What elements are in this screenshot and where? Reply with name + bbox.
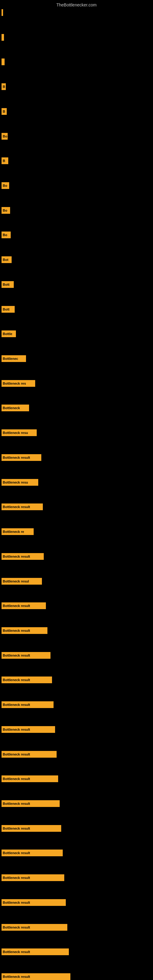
bar-12: Bott — [2, 306, 15, 313]
bar-label-39: Bottleneck result — [3, 975, 30, 978]
bar-row-34: Bottleneck result — [2, 850, 63, 856]
bar-row-10: Bot — [2, 256, 12, 263]
bar-label-26: Bottleneck result — [3, 654, 30, 657]
bar-row-6: B — [2, 158, 8, 164]
bar-row-11: Bott — [2, 281, 14, 288]
bar-row-28: Bottleneck result — [2, 701, 54, 708]
bar-row-7: Bo — [2, 182, 9, 189]
bar-23: Bottleneck resul — [2, 578, 42, 585]
bar-28: Bottleneck result — [2, 701, 54, 708]
bar-label-28: Bottleneck result — [3, 703, 30, 706]
bar-label-6: B — [3, 159, 5, 162]
bar-4: B — [2, 108, 7, 115]
bar-row-39: Bottleneck result — [2, 973, 70, 980]
bar-label-11: Bott — [3, 283, 10, 286]
bar-18: Bottleneck result — [2, 454, 41, 461]
bar-22: Bottleneck result — [2, 553, 44, 560]
bar-row-20: Bottleneck result — [2, 503, 43, 510]
bar-row-25: Bottleneck result — [2, 627, 48, 634]
bar-row-29: Bottleneck result — [2, 726, 55, 733]
bar-25: Bottleneck result — [2, 627, 48, 634]
bar-label-22: Bottleneck result — [3, 555, 30, 558]
bar-row-38: Bottleneck result — [2, 948, 69, 955]
bar-row-1 — [2, 34, 4, 41]
bar-label-7: Bo — [3, 184, 7, 188]
bar-label-38: Bottleneck result — [3, 950, 30, 954]
bar-row-31: Bottleneck result — [2, 775, 58, 782]
bar-row-9: Bo — [2, 232, 11, 238]
bar-row-27: Bottleneck result — [2, 676, 52, 683]
bar-17: Bottleneck resu — [2, 430, 37, 436]
bar-row-3: B — [2, 83, 6, 90]
bar-30: Bottleneck result — [2, 751, 57, 758]
bar-row-19: Bottleneck resu — [2, 479, 38, 486]
bar-row-15: Bottleneck res — [2, 380, 35, 387]
bar-29: Bottleneck result — [2, 726, 55, 733]
site-title: TheBottlenecker.com — [0, 0, 153, 10]
bar-15: Bottleneck res — [2, 380, 35, 387]
bar-label-33: Bottleneck result — [3, 827, 30, 830]
bar-row-23: Bottleneck resul — [2, 578, 42, 585]
bar-1 — [2, 34, 4, 41]
bar-label-27: Bottleneck result — [3, 678, 30, 682]
bar-row-37: Bottleneck result — [2, 924, 67, 931]
bars-container: BBBoBBoBoBoBotBottBottBottleBottlenecBot… — [0, 9, 153, 980]
bar-row-13: Bottle — [2, 331, 16, 337]
bar-37: Bottleneck result — [2, 924, 67, 931]
bar-32: Bottleneck result — [2, 800, 60, 807]
bar-6: B — [2, 158, 8, 164]
bar-row-4: B — [2, 108, 7, 115]
bar-35: Bottleneck result — [2, 874, 64, 881]
bar-label-32: Bottleneck result — [3, 802, 30, 805]
bar-label-23: Bottleneck resul — [3, 579, 29, 583]
bar-label-17: Bottleneck resu — [3, 431, 28, 434]
bar-8: Bo — [2, 207, 10, 214]
bar-9: Bo — [2, 232, 11, 238]
bar-label-36: Bottleneck result — [3, 901, 30, 904]
bar-label-16: Bottleneck — [3, 406, 20, 410]
bar-0 — [2, 9, 3, 16]
bar-label-5: Bo — [3, 134, 7, 138]
bar-row-32: Bottleneck result — [2, 800, 60, 807]
bar-label-21: Bottleneck re — [3, 530, 24, 533]
bar-row-26: Bottleneck result — [2, 652, 51, 659]
bar-row-8: Bo — [2, 207, 10, 214]
bar-20: Bottleneck result — [2, 503, 43, 510]
bar-27: Bottleneck result — [2, 676, 52, 683]
bar-label-4: B — [3, 110, 5, 113]
bar-row-12: Bott — [2, 306, 15, 313]
bar-row-36: Bottleneck result — [2, 899, 66, 906]
bar-row-21: Bottleneck re — [2, 528, 33, 535]
bar-5: Bo — [2, 133, 8, 140]
bar-19: Bottleneck resu — [2, 479, 38, 486]
bar-row-16: Bottleneck — [2, 404, 29, 411]
bar-label-25: Bottleneck result — [3, 629, 30, 632]
bar-label-8: Bo — [3, 208, 7, 212]
bar-21: Bottleneck re — [2, 528, 33, 535]
bar-7: Bo — [2, 182, 9, 189]
bar-label-14: Bottlenec — [3, 357, 18, 360]
bar-label-20: Bottleneck result — [3, 505, 30, 509]
bar-row-33: Bottleneck result — [2, 825, 61, 832]
bar-label-15: Bottleneck res — [3, 382, 26, 385]
bar-2 — [2, 59, 5, 65]
bar-label-24: Bottleneck result — [3, 604, 30, 608]
bar-row-5: Bo — [2, 133, 8, 140]
bar-label-9: Bo — [3, 233, 7, 237]
bar-row-14: Bottlenec — [2, 355, 26, 362]
bar-label-30: Bottleneck result — [3, 752, 30, 756]
bar-row-0 — [2, 9, 3, 16]
bar-36: Bottleneck result — [2, 899, 66, 906]
bar-39: Bottleneck result — [2, 973, 70, 980]
bar-label-3: B — [3, 85, 5, 89]
bar-31: Bottleneck result — [2, 775, 58, 782]
bar-row-17: Bottleneck resu — [2, 430, 37, 436]
bar-row-18: Bottleneck result — [2, 454, 41, 461]
bar-label-35: Bottleneck result — [3, 876, 30, 880]
bar-11: Bott — [2, 281, 14, 288]
bar-label-19: Bottleneck resu — [3, 480, 28, 484]
bar-34: Bottleneck result — [2, 850, 63, 856]
bar-label-13: Bottle — [3, 332, 12, 336]
bar-26: Bottleneck result — [2, 652, 51, 659]
bar-24: Bottleneck result — [2, 602, 46, 609]
